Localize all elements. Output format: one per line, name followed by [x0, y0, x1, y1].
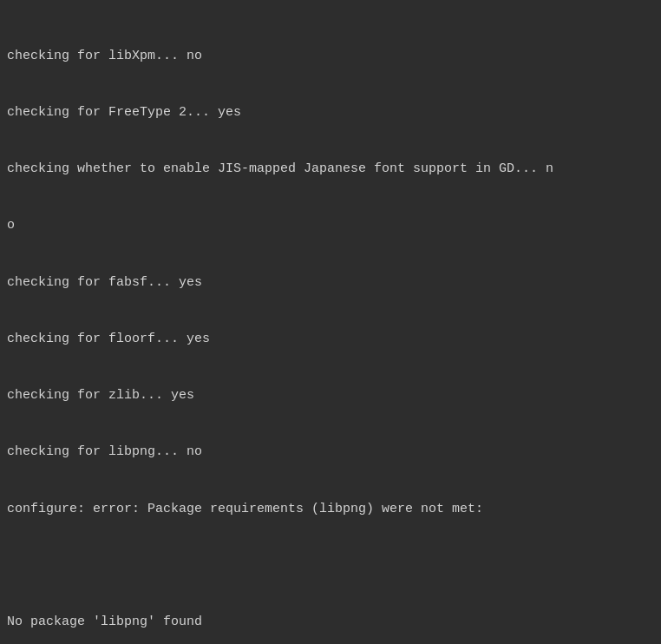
terminal-line: [7, 556, 654, 575]
terminal-line: checking for floorf... yes: [7, 330, 654, 349]
terminal-line: checking for libpng... no: [7, 443, 654, 462]
terminal-line: checking for fabsf... yes: [7, 273, 654, 292]
terminal-line: configure: error: Package requirements (…: [7, 500, 654, 519]
terminal-line: checking whether to enable JIS-mapped Ja…: [7, 160, 654, 179]
terminal-line-libpng-found: No package 'libpng' found: [7, 613, 654, 632]
terminal-line: checking for libXpm... no: [7, 47, 654, 66]
terminal-line: checking for zlib... yes: [7, 386, 654, 405]
terminal-line: checking for FreeType 2... yes: [7, 103, 654, 122]
terminal-line: o: [7, 216, 654, 235]
terminal-output: checking for libXpm... no checking for F…: [7, 9, 654, 644]
